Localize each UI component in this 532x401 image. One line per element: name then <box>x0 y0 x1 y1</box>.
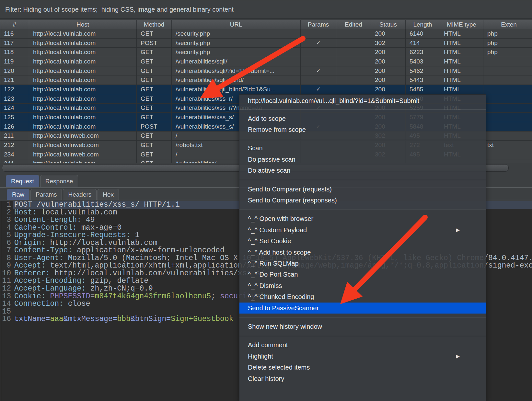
column-header-url[interactable]: URL <box>172 20 301 29</box>
cell: /security.php <box>172 29 301 39</box>
cell <box>301 48 336 57</box>
cell: /vulnerabilities/sqli/?id=1&Submit=... <box>172 66 301 76</box>
table-row-122[interactable]: 122http://local.vulnlab.comGET/vulnerabi… <box>0 85 532 94</box>
line-number: 13 <box>0 293 13 301</box>
cell: GET <box>137 57 172 66</box>
params-checkmark: ✓ <box>301 39 336 48</box>
menu-item-delete-selected-items[interactable]: Delete selected items <box>239 362 486 373</box>
cell: http://local.vulnlab.com <box>29 159 137 163</box>
subtab-raw[interactable]: Raw <box>7 189 29 200</box>
subtab-headers[interactable]: Headers <box>63 189 97 200</box>
cell <box>336 29 371 39</box>
menu-item-add-to-scope[interactable]: Add to scope <box>239 113 486 124</box>
table-row-116[interactable]: 116http://local.vulnlab.comGET/security.… <box>0 29 532 39</box>
burp-suite-window: Filter: Hiding out of scope items; hidin… <box>0 0 532 401</box>
editor-focus-border <box>1 201 1 401</box>
cell: HTML <box>440 48 483 57</box>
line-number: 5 <box>0 232 13 239</box>
cell: 414 <box>406 39 440 48</box>
line-number: 9 <box>0 262 13 270</box>
cell: HTML <box>440 57 483 66</box>
subtab-hex[interactable]: Hex <box>98 189 119 200</box>
line-number: 12 <box>0 285 13 293</box>
cell: 200 <box>371 75 406 85</box>
column-header--[interactable]: # <box>0 20 29 29</box>
cell <box>483 85 532 94</box>
table-row-118[interactable]: 118http://local.vulnlab.comGET/security.… <box>0 48 532 57</box>
table-row-120[interactable]: 120http://local.vulnlab.comGET/vulnerabi… <box>0 66 532 76</box>
cell: http://local.vulnlab.com <box>29 75 137 85</box>
table-row-121[interactable]: 121http://local.vulnlab.comGET/vulnerabi… <box>0 75 532 85</box>
menu-item-chunked-encoding[interactable]: ^_^ Chunked Encoding <box>239 291 486 302</box>
column-header-exten[interactable]: Exten <box>483 20 532 29</box>
menu-item-open-with-browser[interactable]: ^_^ Open with browser <box>239 213 486 224</box>
cell: http://local.vulnlab.com <box>29 48 137 57</box>
cell: 234 <box>0 150 29 159</box>
cell: GET <box>137 141 172 150</box>
menu-item-do-passive-scan[interactable]: Do passive scan <box>239 154 486 165</box>
cell <box>336 75 371 85</box>
column-header-length[interactable]: Length <box>406 20 440 29</box>
cell <box>483 159 532 163</box>
column-header-method[interactable]: Method <box>137 20 172 29</box>
menu-item-send-to-comparer-responses[interactable]: Send to Comparer (responses) <box>239 195 486 206</box>
table-row-117[interactable]: 117http://local.vulnlab.comPOST/security… <box>0 39 532 48</box>
cell <box>336 57 371 66</box>
cell: POST <box>137 122 172 132</box>
column-header-mime-type[interactable]: MIME type <box>440 20 483 29</box>
cell: 200 <box>371 66 406 76</box>
tab-response[interactable]: Response <box>40 175 78 188</box>
line-number: 6 <box>0 239 13 247</box>
menu-item-do-active-scan[interactable]: Do active scan <box>239 165 486 176</box>
cell: 120 <box>0 66 29 76</box>
line-number: 8 <box>0 255 13 262</box>
tab-request[interactable]: Request <box>6 175 39 188</box>
cell <box>301 29 336 39</box>
cell <box>483 94 532 104</box>
cell: 125 <box>0 113 29 122</box>
cell: http://local.vulnlab.com <box>29 85 137 94</box>
cell <box>301 57 336 66</box>
menu-separator <box>239 317 486 317</box>
filter-bar[interactable]: Filter: Hiding out of scope items; hidin… <box>0 0 532 19</box>
cell: GET <box>137 85 172 94</box>
menu-item-run-sqlmap[interactable]: ^_^ Run SQLMap <box>239 258 486 269</box>
subtab-params[interactable]: Params <box>30 189 62 200</box>
cell: HTML <box>440 75 483 85</box>
column-header-params[interactable]: Params <box>301 20 336 29</box>
cell <box>336 66 371 76</box>
cell: http://local.vulnlab.com <box>29 122 137 132</box>
menu-item-send-to-passivescanner[interactable]: Send to PassiveScanner <box>239 303 486 314</box>
menu-item-send-to-comparer-requests[interactable]: Send to Comparer (requests) <box>239 184 486 195</box>
cell <box>301 75 336 85</box>
menu-item-show-new-history-window[interactable]: Show new history window <box>239 321 486 332</box>
line-number: 4 <box>0 224 13 232</box>
menu-item-custom-payload[interactable]: ^_^ Custom Payload▶ <box>239 224 486 235</box>
menu-separator <box>239 139 486 139</box>
menu-item-dismiss[interactable]: ^_^ Dismiss <box>239 280 486 291</box>
column-header-edited[interactable]: Edited <box>336 20 371 29</box>
menu-separator <box>239 336 486 336</box>
table-row-119[interactable]: 119http://local.vulnlab.comGET/vulnerabi… <box>0 57 532 66</box>
cell: http://local.vulnlab.com <box>29 94 137 104</box>
cell: php <box>483 39 532 48</box>
cell <box>483 113 532 122</box>
cell: 119 <box>0 57 29 66</box>
cell: GET <box>137 29 172 39</box>
cell: /security.php <box>172 48 301 57</box>
menu-item-set-cookie[interactable]: ^_^ Set Cookie <box>239 236 486 247</box>
menu-item-add-comment[interactable]: Add comment <box>239 340 486 351</box>
menu-item-clear-history[interactable]: Clear history <box>239 373 486 384</box>
filter-text: Filter: Hiding out of scope items; hidin… <box>0 6 234 13</box>
cell: http://local.vulnlab.com <box>29 29 137 39</box>
column-header-host[interactable]: Host <box>29 20 137 29</box>
menu-item-do-port-scan[interactable]: ^_^ Do Port Scan <box>239 269 486 280</box>
cell: 200 <box>371 57 406 66</box>
column-header-status[interactable]: Status <box>371 20 406 29</box>
menu-item-add-host-to-scope[interactable]: ^_^ Add host to scope <box>239 247 486 258</box>
menu-item-highlight[interactable]: Highlight▶ <box>239 351 486 362</box>
menu-item-remove-from-scope[interactable]: Remove from scope <box>239 124 486 135</box>
cell: POST <box>137 39 172 48</box>
menu-item-scan[interactable]: Scan <box>239 143 486 154</box>
cell: http://local.vulnlab.com <box>29 57 137 66</box>
